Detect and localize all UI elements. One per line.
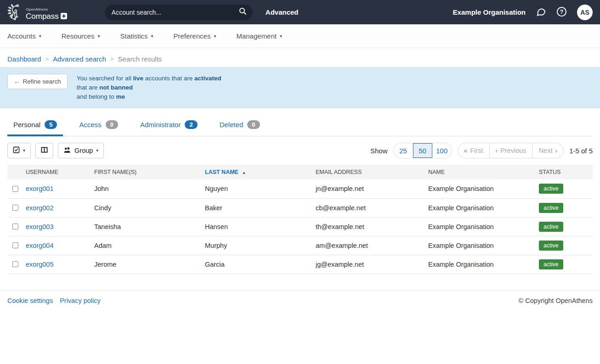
first-page-button[interactable]: « First (458, 143, 489, 158)
last-name-cell: Hansen (205, 217, 316, 236)
results-table-wrap: USERNAME FIRST NAME(S) LAST NAME ▲ EMAIL… (7, 165, 593, 274)
column-header-last-name[interactable]: LAST NAME ▲ (205, 165, 316, 179)
nav-menu-resources[interactable]: Resources ▾ (62, 32, 100, 40)
brand-logo[interactable]: OpenAthens Compass (7, 3, 67, 22)
help-button[interactable]: ? (556, 6, 567, 18)
select-rows-dropdown-button[interactable]: ▾ (7, 143, 31, 158)
previous-page-button[interactable]: ‹ Previous (489, 143, 532, 158)
first-name-cell: Cindy (94, 198, 205, 217)
org-name-cell: Example Organisation (428, 179, 539, 198)
breadcrumb-separator-icon: > (45, 56, 49, 62)
nav-menu-accounts[interactable]: Accounts ▾ (7, 32, 41, 40)
group-dropdown-button[interactable]: Group ▾ (58, 143, 104, 158)
username-link[interactable]: exorg002 (26, 204, 53, 212)
columns-button[interactable] (35, 143, 53, 158)
footer-link-privacy-policy[interactable]: Privacy policy (60, 297, 101, 304)
table-row: exorg005 Jerome Garcia jg@example.net Ex… (7, 255, 593, 274)
first-name-cell: Taneisha (94, 217, 205, 236)
brand-openathens-label: OpenAthens (26, 8, 67, 11)
page-size-100[interactable]: 100 (432, 143, 452, 158)
compass-plus-icon (61, 13, 67, 19)
next-page-button[interactable]: Next › (532, 143, 564, 158)
username-link[interactable]: exorg001 (26, 185, 53, 192)
pagination: « First ‹ Previous Next › (458, 143, 564, 158)
help-question-icon: ? (556, 6, 567, 18)
row-checkbox[interactable] (12, 261, 18, 267)
row-checkbox[interactable] (12, 205, 18, 211)
breadcrumb-separator-icon: > (110, 56, 114, 62)
username-link[interactable]: exorg004 (26, 242, 53, 249)
table-row: exorg002 Cindy Baker cb@example.net Exam… (7, 198, 593, 217)
account-search-input[interactable] (111, 8, 239, 17)
show-label: Show (370, 147, 388, 155)
tab-deleted[interactable]: Deleted 0 (214, 118, 266, 136)
column-header-name[interactable]: NAME (428, 165, 539, 179)
first-name-cell: Jerome (94, 255, 205, 274)
tab-count-badge: 2 (185, 120, 197, 129)
tab-administrator[interactable]: Administrator 2 (134, 118, 204, 136)
tab-count-badge: 5 (45, 120, 57, 129)
feedback-chat-button[interactable] (536, 6, 546, 18)
nav-menu-management[interactable]: Management ▾ (236, 32, 282, 40)
last-name-cell: Murphy (205, 236, 316, 255)
org-name-cell: Example Organisation (428, 198, 539, 217)
breadcrumb-link[interactable]: Advanced search (53, 55, 106, 63)
copyright-text: © Copyright OpenAthens (519, 297, 593, 304)
column-header-email-address[interactable]: EMAIL ADDRESS (316, 165, 428, 179)
org-name-cell: Example Organisation (428, 217, 539, 236)
last-name-cell: Baker (205, 198, 316, 217)
table-header-row: USERNAME FIRST NAME(S) LAST NAME ▲ EMAIL… (7, 165, 593, 179)
back-arrow-icon: ← (14, 78, 20, 85)
email-cell: am@example.net (316, 236, 428, 255)
breadcrumb-current: Search results (118, 55, 162, 63)
page-size-50[interactable]: 50 (413, 143, 432, 158)
result-tabs: Personal 5 Access 0 Administrator 2 Dele… (7, 118, 593, 136)
top-header: OpenAthens Compass Advanced Example Orga… (0, 0, 600, 24)
chat-bubble-icon (536, 6, 546, 18)
chevron-down-icon: ▾ (39, 34, 41, 39)
row-checkbox[interactable] (12, 186, 18, 192)
column-header-username[interactable]: USERNAME (26, 165, 94, 179)
refine-search-button[interactable]: ← Refine search (7, 74, 68, 89)
username-link[interactable]: exorg005 (26, 261, 53, 268)
tab-count-badge: 0 (106, 120, 118, 129)
footer-links: Cookie settingsPrivacy policy (7, 297, 101, 304)
footer-link-cookie-settings[interactable]: Cookie settings (7, 297, 53, 304)
first-chevron-icon: « (464, 147, 468, 154)
tab-count-badge: 0 (247, 120, 260, 129)
tab-personal[interactable]: Personal 5 (7, 118, 63, 136)
openathens-owl-logo-icon (7, 3, 23, 22)
email-cell: th@example.net (316, 217, 428, 236)
search-summary-line: and belong to me (77, 92, 221, 101)
account-search-box (105, 5, 253, 20)
checkbox-check-icon (13, 146, 20, 155)
nav-menu-preferences[interactable]: Preferences ▾ (174, 32, 216, 40)
organisation-name: Example Organisation (453, 8, 526, 16)
nav-menu-statistics[interactable]: Statistics ▾ (120, 32, 153, 40)
page-size-25[interactable]: 25 (394, 143, 413, 158)
search-icon[interactable] (239, 7, 247, 17)
brand-compass-label: Compass (26, 12, 59, 20)
status-badge: active (539, 222, 563, 232)
email-cell: jn@example.net (316, 179, 428, 198)
tab-access[interactable]: Access 0 (73, 118, 124, 136)
primary-nav: Accounts ▾ Resources ▾ Statistics ▾ Pref… (0, 24, 600, 48)
row-checkbox[interactable] (12, 224, 18, 230)
breadcrumb-link[interactable]: Dashboard (7, 55, 41, 63)
chevron-down-icon: ▾ (96, 148, 98, 153)
table-row: exorg003 Taneisha Hansen th@example.net … (7, 217, 593, 236)
row-checkbox[interactable] (12, 242, 18, 248)
username-link[interactable]: exorg003 (26, 223, 53, 230)
last-name-cell: Nguyen (205, 179, 316, 198)
column-header-status[interactable]: STATUS (539, 165, 593, 179)
svg-text:?: ? (560, 8, 563, 15)
search-summary-line: You searched for all live accounts that … (77, 74, 221, 83)
table-row: exorg001 John Nguyen jn@example.net Exam… (7, 179, 593, 198)
column-header-first-name-s-[interactable]: FIRST NAME(S) (94, 165, 205, 179)
email-cell: jg@example.net (316, 255, 428, 274)
user-avatar[interactable]: AS (577, 5, 593, 20)
columns-icon (41, 146, 48, 155)
org-name-cell: Example Organisation (428, 236, 539, 255)
advanced-search-link[interactable]: Advanced (266, 8, 299, 16)
results-toolbar: ▾ Group ▾ Show 2550 (7, 143, 593, 158)
